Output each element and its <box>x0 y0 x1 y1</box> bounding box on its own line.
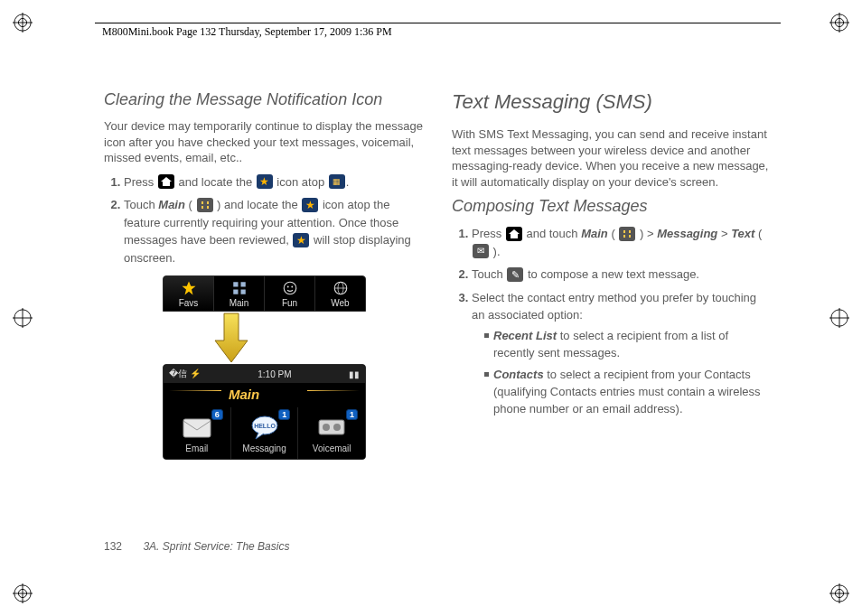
step-1: Press and locate the icon atop . <box>124 173 425 191</box>
screen-title: Main <box>164 383 365 407</box>
svg-rect-33 <box>183 419 211 437</box>
globe-icon <box>333 280 349 296</box>
section-title: 3A. Sprint Service: The Basics <box>143 540 289 553</box>
phone-figure: Favs Main Fun Web <box>163 275 366 460</box>
registration-mark-icon <box>13 583 33 603</box>
header-rule <box>95 23 781 23</box>
registration-mark-icon <box>829 308 849 328</box>
compose-step-1: Press and touch Main ( ) > Messaging > T… <box>472 225 773 260</box>
app-messaging: 1 HELLO Messaging <box>231 407 299 459</box>
tab-fun: Fun <box>265 276 315 311</box>
phone-tabbar: Favs Main Fun Web <box>163 275 366 312</box>
heading-sms: Text Messaging (SMS) <box>452 90 773 114</box>
intro-clear: Your device may temporarily continue to … <box>104 118 425 166</box>
compose-icon <box>507 267 523 282</box>
text-icon <box>473 244 489 258</box>
status-icons: �信 ⚡ <box>169 368 201 380</box>
registration-mark-icon <box>13 13 33 33</box>
intro-sms: With SMS Text Messaging, you can send an… <box>452 126 773 190</box>
star-icon <box>181 280 197 296</box>
svg-rect-25 <box>233 290 238 294</box>
page-number: 132 <box>104 540 122 553</box>
svg-point-38 <box>333 424 341 431</box>
main-icon <box>619 227 635 241</box>
step-2: Touch Main ( ) and locate the icon atop … <box>124 196 425 266</box>
svg-text:HELLO: HELLO <box>254 423 276 429</box>
option-contacts: Contacts to select a recipient from your… <box>484 367 773 418</box>
registration-mark-icon <box>829 13 849 33</box>
app-email: 6 Email <box>164 407 231 459</box>
apps-icon <box>329 174 345 189</box>
star-notification-icon <box>257 174 273 189</box>
app-grid: 6 Email 1 HELLO Messaging 1 Voicem <box>164 407 365 459</box>
badge: 1 <box>278 409 290 420</box>
page-header: M800Mini.book Page 132 Thursday, Septemb… <box>102 25 392 39</box>
star-notification-icon <box>293 233 309 247</box>
home-icon <box>158 174 174 189</box>
arrow-icon <box>213 312 366 364</box>
app-voicemail: 1 Voicemail <box>298 407 365 459</box>
steps-compose: Press and touch Main ( ) > Messaging > T… <box>452 225 773 418</box>
battery-icon: ▮▮ <box>349 369 360 379</box>
badge: 1 <box>346 409 358 420</box>
badge: 6 <box>211 409 223 420</box>
tab-main: Main <box>214 276 265 311</box>
left-column: Clearing the Message Notification Icon Y… <box>104 90 425 460</box>
status-time: 1:10 PM <box>258 369 291 379</box>
svg-point-37 <box>323 424 330 431</box>
svg-point-28 <box>286 286 288 288</box>
phone-main-screen: �信 ⚡ 1:10 PM ▮▮ Main 6 Email 1 HE <box>163 364 366 460</box>
compose-step-2: Touch to compose a new text message. <box>472 266 773 284</box>
grid-icon <box>231 280 248 296</box>
registration-mark-icon <box>829 583 849 603</box>
main-icon <box>197 198 213 212</box>
smile-icon <box>282 280 298 296</box>
right-column: Text Messaging (SMS) With SMS Text Messa… <box>452 90 773 460</box>
heading-composing: Composing Text Messages <box>452 197 773 216</box>
svg-rect-23 <box>233 282 238 286</box>
svg-rect-26 <box>240 290 245 294</box>
tab-web: Web <box>315 276 365 311</box>
star-notification-icon <box>302 198 318 212</box>
status-bar: �信 ⚡ 1:10 PM ▮▮ <box>164 365 365 383</box>
options-list: Recent List to select a recipient from a… <box>472 328 773 418</box>
svg-rect-24 <box>240 282 245 286</box>
compose-step-3: Select the contact entry method you pref… <box>472 289 773 418</box>
registration-mark-icon <box>13 308 33 328</box>
tab-favs: Favs <box>164 276 214 311</box>
svg-point-27 <box>284 282 296 294</box>
home-icon <box>506 227 522 241</box>
svg-point-29 <box>291 286 293 288</box>
option-recent-list: Recent List to select a recipient from a… <box>484 328 773 362</box>
page-footer: 132 3A. Sprint Service: The Basics <box>104 540 289 553</box>
svg-marker-22 <box>182 282 195 295</box>
steps-clear: Press and locate the icon atop . Touch M… <box>104 173 425 267</box>
heading-clear-notification: Clearing the Message Notification Icon <box>104 90 425 109</box>
